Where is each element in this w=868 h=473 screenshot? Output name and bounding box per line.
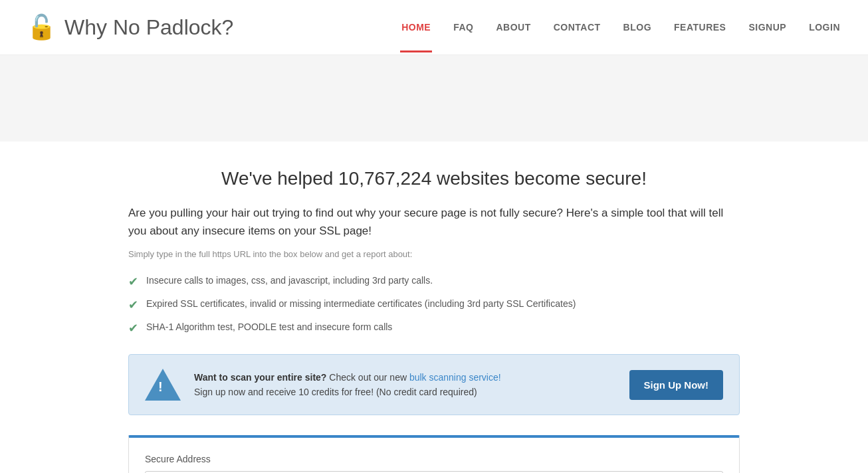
nav-features[interactable]: FEATURES [673,22,727,33]
feature-item-2: ✔ Expired SSL certificates, invalid or m… [128,298,740,311]
padlock-icon: 🔓 [27,13,56,41]
banner-link[interactable]: Check out our new bulk scanning service! [329,372,500,383]
warning-triangle-icon [145,369,181,401]
nav-blog[interactable]: BLOG [622,22,653,33]
nav-contact[interactable]: CONTACT [552,22,602,33]
logo-area: 🔓 Why No Padlock? [27,13,233,41]
banner-subtext: Sign up now and receive 10 credits for f… [194,387,477,397]
form-label: Secure Address [145,454,723,464]
feature-text-1: Insecure calls to images, css, and javas… [146,275,433,286]
checkmark-icon-3: ✔ [128,322,138,334]
nav-signup[interactable]: SIGNUP [747,22,788,33]
signup-button[interactable]: Sign Up Now! [629,370,724,400]
header: 🔓 Why No Padlock? HOME FAQ ABOUT CONTACT… [0,0,868,55]
nav-about[interactable]: ABOUT [494,22,532,33]
page-headline: We've helped 10,767,224 websites become … [128,168,740,189]
feature-text-3: SHA-1 Algorithm test, POODLE test and in… [146,322,392,332]
promo-banner: Want to scan your entire site? Check out… [128,354,740,415]
hero-banner [0,55,868,142]
nav-home[interactable]: HOME [400,22,432,33]
checkmark-icon-2: ✔ [128,299,138,311]
logo-text: Why No Padlock? [64,15,233,40]
banner-bold: Want to scan your entire site? [194,372,326,383]
feature-item-1: ✔ Insecure calls to images, css, and jav… [128,275,740,288]
page-description: Are you pulling your hair out trying to … [128,204,740,240]
banner-text-content: Want to scan your entire site? Check out… [194,370,616,400]
main-nav: HOME FAQ ABOUT CONTACT BLOG FEATURES SIG… [400,22,841,33]
checkmark-icon-1: ✔ [128,276,138,288]
main-content: We've helped 10,767,224 websites become … [115,142,753,473]
url-form-section: Secure Address [128,435,740,473]
bulk-scan-link[interactable]: bulk scanning service! [409,372,501,383]
nav-faq[interactable]: FAQ [452,22,475,33]
page-subtitle: Simply type in the full https URL into t… [128,249,740,259]
features-list: ✔ Insecure calls to images, css, and jav… [128,275,740,334]
feature-item-3: ✔ SHA-1 Algorithm test, POODLE test and … [128,322,740,334]
feature-text-2: Expired SSL certificates, invalid or mis… [146,298,576,309]
warning-icon-wrap [145,367,181,403]
nav-login[interactable]: LOGIN [808,22,841,33]
